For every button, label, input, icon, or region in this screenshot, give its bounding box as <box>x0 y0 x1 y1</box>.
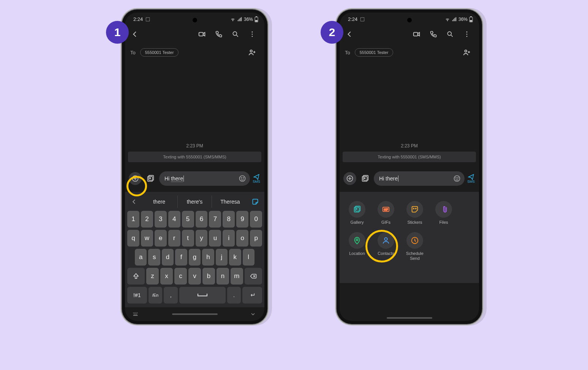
svg-point-49 <box>356 239 358 241</box>
step-1-column: 1 2:24 36% <box>106 9 267 324</box>
video-call-button[interactable] <box>410 27 424 41</box>
space-key[interactable] <box>179 287 225 304</box>
enter-key[interactable] <box>242 287 262 304</box>
more-button[interactable] <box>245 27 259 41</box>
video-call-button[interactable] <box>195 27 209 41</box>
shift-key[interactable] <box>127 268 145 285</box>
key-r[interactable]: r <box>168 230 180 247</box>
key-d[interactable]: d <box>162 249 174 266</box>
key-1[interactable]: 1 <box>127 211 139 228</box>
key-9[interactable]: 9 <box>236 211 248 228</box>
key-k[interactable]: k <box>229 249 241 266</box>
voice-call-button[interactable] <box>427 27 440 41</box>
attach-button[interactable] <box>129 172 142 185</box>
svg-rect-2 <box>256 16 257 17</box>
collapse-keyboard-icon[interactable] <box>249 311 257 317</box>
key-w[interactable]: w <box>141 230 153 247</box>
key-f[interactable]: f <box>175 249 187 266</box>
period-key[interactable]: . <box>227 287 241 304</box>
voice-call-button[interactable] <box>212 27 226 41</box>
key-s[interactable]: s <box>148 249 160 266</box>
key-x[interactable]: x <box>160 268 173 285</box>
add-recipient-button[interactable] <box>460 46 474 59</box>
recipient-chip[interactable]: 5550001 Tester <box>355 48 394 57</box>
gallery-shortcut-button[interactable] <box>144 172 157 185</box>
svg-point-7 <box>252 34 253 35</box>
key-e[interactable]: e <box>155 230 167 247</box>
add-recipient-button[interactable] <box>245 46 259 59</box>
svg-point-39 <box>454 176 460 182</box>
key-v[interactable]: v <box>188 268 201 285</box>
key-7[interactable]: 7 <box>209 211 221 228</box>
signal-icon <box>237 17 242 22</box>
recipient-row: To 5550001 Tester <box>125 43 264 62</box>
to-label: To <box>345 50 350 55</box>
key-c[interactable]: c <box>174 268 187 285</box>
attach-button[interactable] <box>343 172 356 185</box>
send-button[interactable]: SMS <box>252 174 261 183</box>
gallery-shortcut-button[interactable] <box>359 172 371 185</box>
key-3[interactable]: 3 <box>155 211 167 228</box>
key-q[interactable]: q <box>127 230 139 247</box>
back-button[interactable] <box>128 27 142 41</box>
key-j[interactable]: j <box>216 249 228 266</box>
suggestion-2[interactable]: there's <box>177 196 212 208</box>
attach-files[interactable]: Files <box>432 201 456 225</box>
key-0[interactable]: 0 <box>250 211 262 228</box>
key-a[interactable]: a <box>135 249 147 266</box>
key-g[interactable]: g <box>189 249 201 266</box>
space-icon <box>197 293 208 297</box>
svg-point-16 <box>243 178 244 179</box>
suggestion-1[interactable]: there <box>142 196 176 208</box>
key-4[interactable]: 4 <box>168 211 180 228</box>
key-2[interactable]: 2 <box>141 211 153 228</box>
attach-gifs[interactable]: GIF GIFs <box>374 201 398 225</box>
back-icon <box>131 30 139 38</box>
recipient-chip[interactable]: 5550001 Tester <box>140 48 179 57</box>
comma-key[interactable]: , <box>164 287 178 304</box>
more-button[interactable] <box>460 27 474 41</box>
attach-schedule-send[interactable]: Schedule Send <box>403 232 427 261</box>
key-p[interactable]: p <box>250 230 262 247</box>
key-5[interactable]: 5 <box>182 211 194 228</box>
key-h[interactable]: h <box>202 249 214 266</box>
svg-rect-21 <box>134 314 134 315</box>
search-button[interactable] <box>443 27 457 41</box>
send-button[interactable]: SMS <box>467 174 475 183</box>
suggestion-3[interactable]: Theresa <box>213 196 247 208</box>
key-n[interactable]: n <box>217 268 229 285</box>
key-m[interactable]: m <box>231 268 243 285</box>
back-button[interactable] <box>343 27 356 41</box>
attach-stickers[interactable]: Stickers <box>403 201 427 225</box>
phone-icon <box>430 30 437 38</box>
emoji-icon[interactable] <box>239 175 246 182</box>
key-o[interactable]: o <box>236 230 248 247</box>
key-8[interactable]: 8 <box>223 211 235 228</box>
symbols-key[interactable]: !#1 <box>127 287 147 304</box>
svg-rect-22 <box>135 314 136 315</box>
attach-contacts[interactable]: Contacts <box>374 232 398 261</box>
key-u[interactable]: u <box>209 230 221 247</box>
key-z[interactable]: z <box>146 268 159 285</box>
svg-point-32 <box>466 34 468 35</box>
emoji-icon[interactable] <box>453 175 461 182</box>
key-b[interactable]: b <box>202 268 215 285</box>
paperclip-icon <box>439 205 448 213</box>
key-6[interactable]: 6 <box>196 211 208 228</box>
key-t[interactable]: t <box>182 230 194 247</box>
key-y[interactable]: y <box>196 230 208 247</box>
message-input[interactable]: Hi there <box>374 171 465 186</box>
keyboard-toggle-icon[interactable] <box>133 311 140 317</box>
key-i[interactable]: i <box>223 230 235 247</box>
suggest-back-button[interactable] <box>127 195 141 209</box>
attach-location[interactable]: Location <box>345 232 369 261</box>
message-input[interactable]: Hi there <box>159 171 250 186</box>
search-button[interactable] <box>229 27 242 41</box>
attach-gallery[interactable]: Gallery <box>345 201 369 225</box>
backspace-key[interactable] <box>245 268 262 285</box>
key-l[interactable]: l <box>243 249 254 266</box>
sticker-suggest-button[interactable] <box>248 195 262 209</box>
chevron-left-icon <box>131 198 138 205</box>
video-icon <box>413 30 421 38</box>
lang-key[interactable]: /En <box>149 287 163 304</box>
